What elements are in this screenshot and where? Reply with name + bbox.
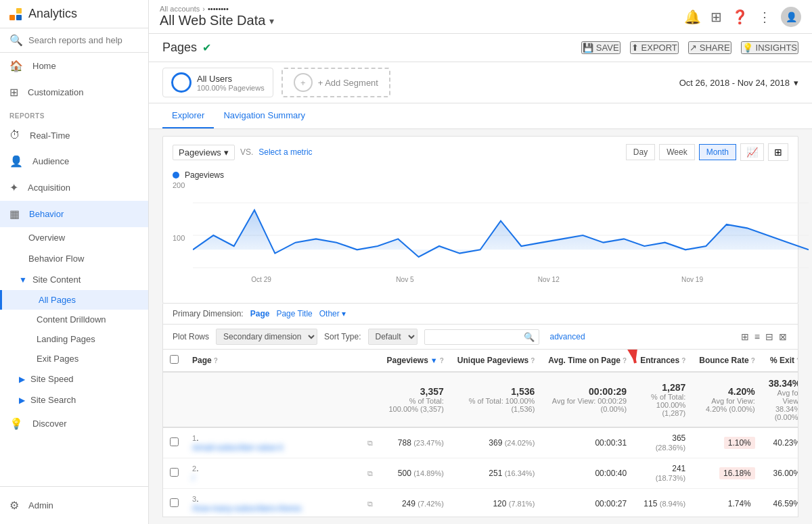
tab-navigation-summary[interactable]: Navigation Summary (214, 103, 315, 128)
table-search-box[interactable]: 🔍 (424, 329, 539, 345)
sidebar-item-site-search-label: Site Search (30, 395, 76, 405)
exit-info-icon: ? (796, 357, 798, 364)
row2-pageviews: 500 (14.89%) (380, 458, 450, 489)
sidebar-item-behavior-label: Behavior (29, 209, 64, 219)
th-page[interactable]: Page ? (185, 350, 361, 372)
secondary-dimension-select[interactable]: Secondary dimension (216, 329, 317, 345)
sidebar-item-acquisition[interactable]: ✦ Acquisition (0, 174, 148, 201)
sidebar-header: Analytics (0, 0, 148, 28)
sidebar-item-landing-pages[interactable]: Landing Pages (0, 329, 148, 349)
line-chart-btn[interactable]: 📈 (740, 143, 764, 161)
sidebar-item-all-pages[interactable]: All Pages (0, 290, 148, 310)
sidebar-search-bar[interactable]: 🔍 (0, 28, 148, 53)
dimension-option-page[interactable]: Page (250, 309, 270, 318)
table-row-1: 1. /email-subscriber-value-it ⧉ 788 (23.… (163, 427, 798, 458)
row3-page-link[interactable]: /how-many-subscribers-theres (192, 504, 354, 513)
row2-copy[interactable]: ⧉ (361, 458, 380, 489)
grid-view-icon[interactable]: ⊞ (740, 330, 750, 343)
dimension-option-page-title[interactable]: Page Title (276, 309, 312, 318)
time-btn-day[interactable]: Day (626, 144, 655, 160)
page-title: Pages (162, 41, 197, 55)
sidebar-item-admin[interactable]: ⚙ Admin (0, 492, 148, 519)
view-icons: ⊞ ≡ ⊟ ⊠ (740, 330, 788, 343)
select-all-checkbox[interactable] (170, 355, 179, 364)
sidebar-item-behavior-flow[interactable]: Behavior Flow (0, 248, 148, 269)
row1-copy[interactable]: ⧉ (361, 427, 380, 458)
insights-button[interactable]: 💡 INSIGHTS (741, 41, 798, 54)
topbar-right: 🔔 ⊞ ❓ ⋮ 👤 (684, 7, 801, 27)
notification-icon[interactable]: 🔔 (684, 9, 701, 25)
help-icon[interactable]: ❓ (731, 9, 748, 25)
row3-check[interactable] (163, 489, 185, 518)
sidebar-item-behavior-overview[interactable]: Overview (0, 227, 148, 248)
metric-selector[interactable]: Pageviews ▾ (173, 145, 235, 160)
totals-entrances: 1,287 % of Total: 100.00% (1,287) (633, 372, 692, 427)
segment-all-users[interactable]: All Users 100.00% Pageviews (162, 68, 273, 97)
breadcrumb-account: •••••••• (208, 5, 229, 13)
table-search-input[interactable] (429, 332, 524, 341)
sidebar-item-behavior[interactable]: ▦ Behavior (0, 201, 148, 227)
sort-type-select[interactable]: Default (368, 329, 418, 345)
topbar-left: All accounts › •••••••• All Web Site Dat… (160, 5, 274, 28)
search-input[interactable] (28, 35, 139, 45)
sidebar-item-realtime[interactable]: ⏱ Real-Time (0, 122, 148, 148)
sidebar-item-content-drilldown[interactable]: Content Drilldown (0, 310, 148, 329)
th-avg-time[interactable]: Avg. Time on Page ? (541, 350, 633, 372)
sidebar-bottom: ⚙ Admin (0, 486, 148, 524)
row1-checkbox[interactable] (170, 437, 179, 446)
other-dropdown-arrow: ▾ (342, 309, 346, 318)
y-label-max: 200 (173, 181, 185, 189)
sidebar-item-exit-pages[interactable]: Exit Pages (0, 349, 148, 368)
tab-explorer[interactable]: Explorer (162, 103, 214, 128)
row3-checkbox[interactable] (170, 498, 179, 507)
row2-avgtime: 00:00:40 (541, 458, 633, 489)
reports-section-label: REPORTS (0, 105, 148, 122)
time-btn-week[interactable]: Week (659, 144, 694, 160)
th-pageviews[interactable]: Pageviews ▼ ? (380, 350, 450, 372)
chart-controls: Pageviews ▾ VS. Select a metric Day Week… (163, 137, 798, 168)
plot-rows-button[interactable]: Plot Rows (173, 332, 209, 341)
th-entrances[interactable]: Entrances ? (633, 350, 692, 372)
apps-icon[interactable]: ⊞ (710, 9, 722, 25)
row2-check[interactable] (163, 458, 185, 489)
sidebar-item-customization[interactable]: ⊞ Customization (0, 79, 148, 105)
chart-controls-left: Pageviews ▾ VS. Select a metric (173, 145, 313, 160)
check-icon: ✔ (202, 41, 211, 54)
sidebar-item-home[interactable]: 🏠 Home (0, 53, 148, 79)
share-button[interactable]: ↗ SHARE (688, 41, 731, 54)
y-labels: 200 100 (173, 181, 185, 287)
row2-page-link[interactable]: / (192, 473, 354, 483)
sidebar-item-site-speed[interactable]: ▶ Site Speed (0, 368, 148, 389)
time-btn-month[interactable]: Month (699, 144, 736, 160)
dimension-option-other[interactable]: Other ▾ (319, 309, 346, 318)
row3-copy[interactable]: ⧉ (361, 489, 380, 518)
sidebar-item-behavior-overview-label: Overview (28, 233, 65, 243)
more-icon[interactable]: ⋮ (758, 9, 771, 25)
select-metric-link[interactable]: Select a metric (258, 147, 312, 157)
advanced-link[interactable]: advanced (550, 332, 585, 341)
avatar[interactable]: 👤 (781, 7, 801, 27)
row2-checkbox[interactable] (170, 468, 179, 477)
sidebar-item-site-content[interactable]: ▼ Site Content (0, 269, 148, 290)
row1-check[interactable] (163, 427, 185, 458)
th-unique-pageviews[interactable]: Unique Pageviews ? (451, 350, 541, 372)
export-button[interactable]: ⬆ EXPORT (630, 41, 679, 54)
behavior-icon: ▦ (9, 208, 20, 220)
sidebar-item-site-search[interactable]: ▶ Site Search (0, 389, 148, 410)
custom-view-icon[interactable]: ⊠ (777, 330, 788, 343)
date-range-picker[interactable]: Oct 26, 2018 - Nov 24, 2018 ▾ (679, 78, 798, 88)
sidebar-item-audience[interactable]: 👤 Audience (0, 148, 148, 174)
y-label-mid: 100 (173, 234, 185, 242)
row2-exit: 36.00% (762, 458, 798, 489)
save-button[interactable]: 💾 SAVE (581, 41, 621, 54)
add-segment-button[interactable]: + + Add Segment (281, 68, 390, 97)
bar-chart-btn[interactable]: ⊞ (768, 143, 788, 161)
totals-bounce: 4.20% Avg for View: 4.20% (0.00%) (692, 372, 761, 427)
pivot-view-icon[interactable]: ⊟ (764, 330, 775, 343)
row1-page-link[interactable]: /email-subscriber-value-it (192, 443, 354, 452)
sidebar-item-discover[interactable]: 💡 Discover (0, 410, 148, 437)
th-exit-pct[interactable]: % Exit ? (762, 350, 798, 372)
account-title[interactable]: All Web Site Data ▾ (160, 13, 274, 28)
list-view-icon[interactable]: ≡ (753, 330, 761, 343)
th-bounce-rate[interactable]: Bounce Rate ? (692, 350, 761, 372)
